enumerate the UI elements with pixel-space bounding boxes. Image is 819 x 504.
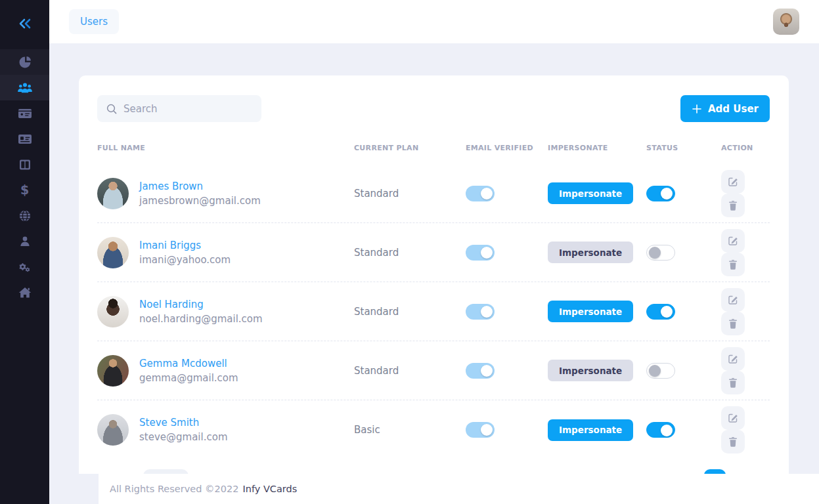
status-toggle[interactable] <box>646 304 675 320</box>
sidebar: $ <box>0 0 49 504</box>
users-icon <box>16 81 33 94</box>
current-plan-value: Standard <box>354 365 466 377</box>
pagination <box>97 459 770 474</box>
email-verified-toggle[interactable] <box>466 304 495 320</box>
email-verified-toggle[interactable] <box>466 363 495 379</box>
status-toggle[interactable] <box>646 363 675 379</box>
sidebar-item-contacts[interactable] <box>0 126 49 152</box>
sidebar-item-settings[interactable] <box>0 254 49 280</box>
status-toggle[interactable] <box>646 245 675 261</box>
delete-button[interactable] <box>721 371 745 394</box>
current-plan-value: Standard <box>354 306 466 318</box>
id-card-icon <box>17 107 33 120</box>
impersonate-button[interactable]: Impersonate <box>548 242 633 263</box>
home-icon <box>18 286 32 299</box>
sidebar-item-billing[interactable]: $ <box>0 177 49 203</box>
email-verified-toggle[interactable] <box>466 186 495 201</box>
impersonate-button[interactable]: Impersonate <box>548 182 633 204</box>
user-cell: Noel Harding noel.harding@gmail.com <box>97 296 354 327</box>
globe-icon <box>18 209 32 223</box>
impersonate-button[interactable]: Impersonate <box>548 360 633 381</box>
user-name-link[interactable]: James Brown <box>139 180 261 192</box>
sidebar-item-domains[interactable] <box>0 203 49 228</box>
column-header-email-verified: EMAIL VERIFIED <box>466 144 548 152</box>
sidebar-item-users[interactable] <box>0 75 49 100</box>
email-verified-toggle[interactable] <box>466 422 495 438</box>
user-name-link[interactable]: Noel Harding <box>139 299 263 310</box>
user-cell: Steve Smith steve@gmail.com <box>97 414 354 446</box>
user-email: gemma@gmail.com <box>139 372 238 384</box>
user-avatar <box>97 237 129 268</box>
edit-button[interactable] <box>721 170 745 194</box>
edit-pencil-icon <box>728 413 738 423</box>
add-user-label: Add User <box>708 103 759 115</box>
user-name-link[interactable]: Imani Briggs <box>139 240 231 251</box>
table-body: James Brown jamesbrown@gmail.com Standar… <box>97 164 770 459</box>
column-header-status: STATUS <box>646 144 721 152</box>
table-row: Gemma Mcdowell gemma@gmail.com Standard … <box>97 341 770 400</box>
toggle-knob <box>481 306 493 318</box>
dollar-icon: $ <box>20 184 29 196</box>
toggle-knob <box>661 306 673 318</box>
edit-button[interactable] <box>721 229 745 253</box>
delete-button[interactable] <box>721 194 745 217</box>
gears-icon <box>17 260 33 274</box>
sidebar-item-templates[interactable] <box>0 152 49 177</box>
footer-brand: Infy VCards <box>242 484 297 494</box>
status-toggle[interactable] <box>646 186 675 201</box>
current-plan-value: Standard <box>354 188 466 200</box>
user-email: imani@yahoo.com <box>139 254 231 266</box>
user-name-link[interactable]: Steve Smith <box>139 417 228 429</box>
sidebar-item-account[interactable] <box>0 228 49 254</box>
user-cell: James Brown jamesbrown@gmail.com <box>97 178 354 209</box>
users-card: Add User FULL NAME CURRENT PLAN EMAIL VE… <box>79 75 789 474</box>
add-user-button[interactable]: Add User <box>680 95 770 122</box>
pie-chart-icon <box>18 55 32 70</box>
toggle-knob <box>649 247 661 259</box>
profile-avatar[interactable] <box>773 9 799 35</box>
footer-copyright: All Rights Reserved ©2022 <box>110 484 238 494</box>
impersonate-button[interactable]: Impersonate <box>548 419 633 441</box>
edit-button[interactable] <box>721 288 745 312</box>
breadcrumb[interactable]: Users <box>69 9 119 34</box>
sidebar-item-dashboard[interactable] <box>0 49 49 75</box>
table-row: Imani Briggs imani@yahoo.com Standard Im… <box>97 223 770 282</box>
impersonate-button[interactable]: Impersonate <box>548 301 633 322</box>
user-email: noel.harding@gmail.com <box>139 313 263 325</box>
trash-icon <box>728 318 738 329</box>
toggle-knob <box>661 188 673 200</box>
search-box <box>97 95 261 122</box>
user-name-link[interactable]: Gemma Mcdowell <box>139 358 238 369</box>
trash-icon <box>728 200 738 211</box>
column-header-current-plan: CURRENT PLAN <box>354 144 466 152</box>
current-plan-value: Basic <box>354 424 466 436</box>
sidebar-collapse-button[interactable] <box>0 0 49 49</box>
sidebar-nav: $ <box>0 49 49 305</box>
delete-button[interactable] <box>721 430 745 453</box>
current-plan-value: Standard <box>354 247 466 259</box>
delete-button[interactable] <box>721 253 745 276</box>
edit-button[interactable] <box>721 406 745 430</box>
user-avatar <box>97 414 129 446</box>
edit-pencil-icon <box>728 177 738 187</box>
columns-icon <box>18 158 32 171</box>
toggle-knob <box>481 365 493 377</box>
search-input[interactable] <box>123 103 253 115</box>
trash-icon <box>728 377 738 388</box>
column-header-impersonate: IMPERSONATE <box>548 144 646 152</box>
user-cell: Gemma Mcdowell gemma@gmail.com <box>97 355 354 387</box>
edit-pencil-icon <box>728 295 738 305</box>
table-row: Noel Harding noel.harding@gmail.com Stan… <box>97 282 770 341</box>
email-verified-toggle[interactable] <box>466 245 495 261</box>
sidebar-item-home[interactable] <box>0 280 49 305</box>
user-avatar <box>97 355 129 387</box>
trash-icon <box>728 259 738 270</box>
pagination-previous-button[interactable] <box>143 469 188 474</box>
pagination-current-page-button[interactable] <box>704 469 726 474</box>
sidebar-item-vcards[interactable] <box>0 100 49 126</box>
edit-button[interactable] <box>721 347 745 371</box>
toggle-knob <box>481 188 493 200</box>
status-toggle[interactable] <box>646 422 675 438</box>
footer: All Rights Reserved ©2022 Infy VCards <box>99 474 819 504</box>
delete-button[interactable] <box>721 312 745 335</box>
